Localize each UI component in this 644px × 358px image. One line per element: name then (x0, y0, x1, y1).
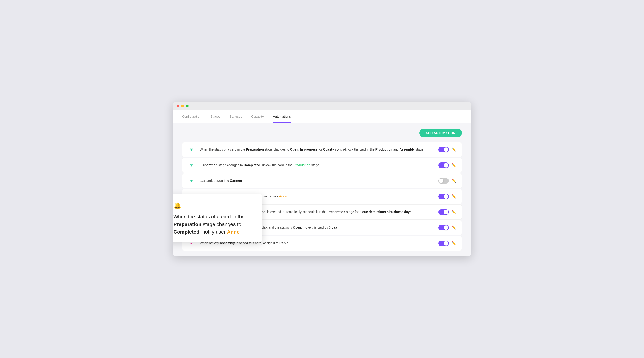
tooltip-text: When the status of a card in the Prepara… (174, 213, 255, 236)
edit-icon[interactable]: ✏️ (452, 225, 456, 230)
tab-configuration[interactable]: Configuration (182, 110, 201, 123)
main-window: Configuration Stages Statuses Capacity A… (173, 102, 471, 256)
tab-statuses[interactable]: Statuses (230, 110, 242, 123)
toggle-switch[interactable] (438, 162, 449, 168)
automation-row: ♥ …eparation stage changes to Completed,… (182, 158, 462, 173)
toggle-knob (444, 194, 448, 199)
toggle-switch[interactable] (438, 225, 449, 230)
toggle-knob (439, 179, 443, 183)
tab-automations[interactable]: Automations (273, 110, 291, 123)
row-actions: ✏️ (438, 209, 456, 215)
add-button-container: ADD AUTOMATION (182, 129, 462, 137)
toggle-switch[interactable] (438, 240, 449, 246)
automation-row: ♥ When the status of a card in the Prepa… (182, 142, 462, 157)
toggle-switch[interactable] (438, 178, 449, 184)
automation-text: When the status of a card in the Prepara… (200, 147, 434, 152)
tooltip-bell-icon: 🔔 (174, 201, 255, 210)
tab-bar: Configuration Stages Statuses Capacity A… (173, 110, 471, 123)
minimize-dot[interactable] (181, 105, 184, 107)
automation-text: …a card, assign it to Carmen (200, 178, 434, 183)
close-dot[interactable] (176, 105, 179, 107)
heart-icon-wrapper: ♥ (188, 147, 195, 152)
fullscreen-dot[interactable] (186, 105, 188, 107)
edit-icon[interactable]: ✏️ (452, 179, 456, 183)
toggle-knob (444, 225, 448, 230)
edit-icon[interactable]: ✏️ (452, 194, 456, 198)
heart-icon: ♥ (190, 178, 193, 183)
toggle-knob (444, 147, 448, 152)
toggle-knob (444, 210, 448, 214)
edit-icon[interactable]: ✏️ (452, 147, 456, 152)
row-actions: ✏️ (438, 194, 456, 199)
toggle-knob (444, 163, 448, 168)
edit-icon[interactable]: ✏️ (452, 163, 456, 167)
add-automation-button[interactable]: ADD AUTOMATION (420, 129, 462, 137)
tab-stages[interactable]: Stages (210, 110, 220, 123)
toggle-switch[interactable] (438, 194, 449, 199)
titlebar (173, 102, 471, 110)
automation-text: …eparation stage changes to Completed, u… (200, 163, 434, 168)
row-actions: ✏️ (438, 178, 456, 184)
heart-icon-wrapper: ♥ (188, 178, 195, 183)
heart-icon: ♥ (190, 147, 193, 152)
heart-icon: ♥ (190, 162, 193, 168)
main-content: ADD AUTOMATION ♥ When the status of a ca… (173, 123, 471, 256)
row-actions: ✏️ (438, 162, 456, 168)
row-actions: ✏️ (438, 147, 456, 152)
tooltip-popup: 🔔 When the status of a card in the Prepa… (173, 194, 262, 242)
row-actions: ✏️ (438, 225, 456, 230)
toggle-switch[interactable] (438, 147, 449, 152)
tab-capacity[interactable]: Capacity (251, 110, 264, 123)
toggle-switch[interactable] (438, 209, 449, 215)
heart-icon-wrapper: ♥ (188, 162, 195, 168)
edit-icon[interactable]: ✏️ (452, 210, 456, 214)
automation-row: ♥ …a card, assign it to Carmen ✏️ (182, 173, 462, 188)
edit-icon[interactable]: ✏️ (452, 241, 456, 245)
toggle-knob (444, 241, 448, 246)
row-actions: ✏️ (438, 240, 456, 246)
